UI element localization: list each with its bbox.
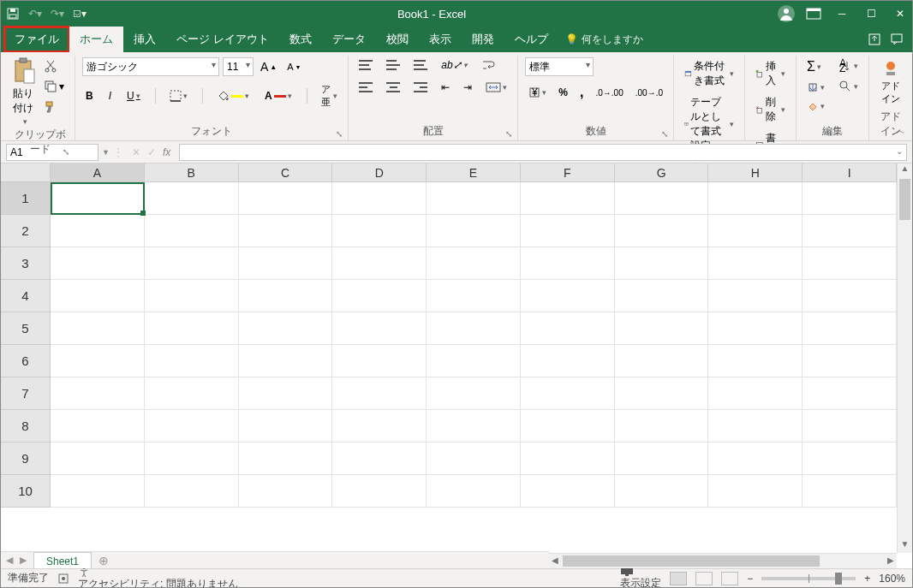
cell[interactable] [427, 442, 521, 475]
column-header[interactable]: A [51, 163, 145, 182]
align-bottom-icon[interactable] [410, 58, 431, 72]
cells-area[interactable] [51, 182, 897, 553]
sheet-nav-next-icon[interactable]: ▶ [20, 555, 27, 566]
cell[interactable] [615, 442, 709, 475]
cell[interactable] [803, 312, 897, 345]
cell[interactable] [708, 475, 803, 508]
cell[interactable] [239, 215, 333, 247]
select-all-corner[interactable] [1, 163, 51, 182]
tab-page-layout[interactable]: ページ レイアウト [166, 27, 279, 52]
dialog-launcher-icon[interactable]: ⤡ [63, 147, 69, 157]
column-header[interactable]: D [332, 163, 427, 182]
cell[interactable] [145, 345, 239, 377]
cell[interactable] [51, 247, 145, 280]
cell[interactable] [239, 345, 333, 377]
column-header[interactable]: I [803, 163, 897, 182]
cell[interactable] [615, 182, 709, 215]
zoom-level[interactable]: 160% [879, 573, 905, 585]
cell[interactable] [239, 280, 333, 312]
align-middle-icon[interactable] [383, 58, 403, 72]
sort-filter-button[interactable]: AZ [835, 57, 862, 74]
cell[interactable] [708, 280, 803, 312]
row-header[interactable]: 7 [1, 377, 51, 410]
align-top-icon[interactable] [355, 58, 376, 72]
decrease-indent-icon[interactable]: ⇤ [438, 80, 453, 95]
cell[interactable] [708, 345, 803, 377]
cell[interactable] [239, 377, 333, 410]
zoom-out-icon[interactable]: − [747, 573, 753, 585]
decrease-font-icon[interactable]: A▼ [283, 60, 304, 74]
cell[interactable] [708, 377, 803, 410]
comments-icon[interactable] [890, 33, 904, 46]
number-format-select[interactable] [525, 57, 594, 76]
column-header[interactable]: F [521, 163, 615, 182]
merge-cells-button[interactable] [482, 80, 510, 94]
cell[interactable] [332, 442, 427, 475]
delete-cells-button[interactable]: 削除 [752, 93, 789, 126]
scroll-up-icon[interactable]: ▲ [898, 163, 912, 177]
scroll-left-icon[interactable]: ◀ [549, 554, 561, 568]
account-icon[interactable] [777, 4, 791, 23]
view-page-layout-icon[interactable] [695, 572, 713, 585]
align-right-icon[interactable] [410, 80, 431, 94]
cell[interactable] [521, 182, 615, 215]
addins-button[interactable]: アド イン [876, 57, 905, 107]
tab-file[interactable]: ファイル [4, 27, 69, 52]
align-left-icon[interactable] [355, 80, 376, 94]
cell[interactable] [332, 377, 427, 410]
cell[interactable] [521, 410, 615, 442]
ribbon-options-icon[interactable] [806, 8, 820, 20]
qat-customize-icon[interactable]: ▾ [73, 7, 87, 21]
font-name-input[interactable] [82, 57, 219, 76]
row-header[interactable]: 10 [1, 475, 51, 508]
increase-font-icon[interactable]: A▲ [257, 58, 280, 75]
cell[interactable] [239, 312, 333, 345]
macro-record-icon[interactable] [57, 573, 69, 585]
row-header[interactable]: 3 [1, 247, 51, 280]
conditional-format-button[interactable]: 条件付き書式 [681, 57, 737, 90]
vertical-scrollbar[interactable]: ▲ ▼ [897, 163, 912, 553]
cell[interactable] [615, 345, 709, 377]
cell[interactable] [803, 377, 897, 410]
scroll-right-icon[interactable]: ▶ [885, 554, 897, 568]
cell[interactable] [145, 377, 239, 410]
cell[interactable] [51, 345, 145, 377]
cell[interactable] [521, 280, 615, 312]
tab-insert[interactable]: 挿入 [123, 27, 166, 52]
cell[interactable] [615, 475, 709, 508]
cancel-formula-icon[interactable]: ✕ [132, 146, 140, 158]
cell[interactable] [145, 215, 239, 247]
dialog-launcher-icon[interactable]: ⤡ [505, 129, 512, 139]
insert-cells-button[interactable]: 挿入 [752, 57, 789, 90]
cell[interactable] [239, 442, 333, 475]
tab-formulas[interactable]: 数式 [279, 27, 322, 52]
tab-review[interactable]: 校閲 [376, 27, 419, 52]
paste-button[interactable]: 貼り付け ▾ [13, 57, 37, 126]
cell[interactable] [708, 312, 803, 345]
new-sheet-icon[interactable]: ⊕ [98, 554, 109, 567]
cell[interactable] [51, 182, 145, 215]
cell[interactable] [51, 410, 145, 442]
cell[interactable] [145, 312, 239, 345]
tab-developer[interactable]: 開発 [462, 27, 504, 52]
cell[interactable] [51, 442, 145, 475]
cell[interactable] [708, 182, 803, 215]
font-size-input[interactable] [223, 57, 254, 76]
display-settings-button[interactable]: 表示設定 [620, 566, 661, 588]
cell[interactable] [427, 215, 521, 247]
orientation-icon[interactable]: ab⤢ [438, 57, 470, 73]
cell[interactable] [51, 377, 145, 410]
find-select-button[interactable] [835, 78, 862, 95]
cell[interactable] [615, 377, 709, 410]
cell[interactable] [332, 410, 427, 442]
sheet-tab-active[interactable]: Sheet1 [33, 552, 92, 569]
row-header[interactable]: 6 [1, 345, 51, 377]
collapse-ribbon-icon[interactable]: ︿ [896, 124, 905, 137]
tell-me-search[interactable]: 💡何をしますか [565, 27, 643, 52]
cell[interactable] [521, 442, 615, 475]
row-header[interactable]: 8 [1, 410, 51, 442]
undo-icon[interactable]: ↶▾ [28, 7, 42, 21]
cell[interactable] [803, 475, 897, 508]
cell[interactable] [615, 312, 709, 345]
cell[interactable] [145, 410, 239, 442]
